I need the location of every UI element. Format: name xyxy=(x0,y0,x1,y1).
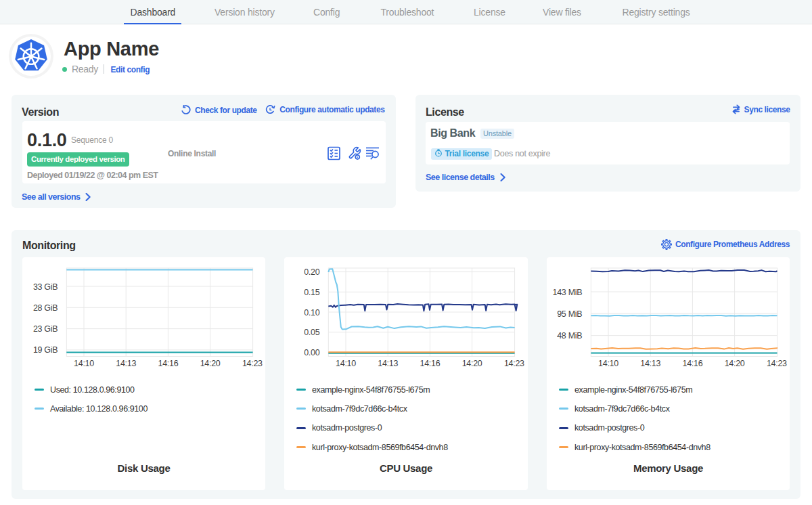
svg-text:0.10: 0.10 xyxy=(304,308,319,317)
svg-text:48 MiB: 48 MiB xyxy=(557,331,582,341)
svg-text:14:20: 14:20 xyxy=(462,359,482,368)
svg-text:0.00: 0.00 xyxy=(304,348,319,357)
svg-text:33 GiB: 33 GiB xyxy=(33,282,58,292)
svg-text:0.20: 0.20 xyxy=(304,267,319,277)
svg-text:14:23: 14:23 xyxy=(242,359,263,368)
svg-text:14:13: 14:13 xyxy=(116,359,136,368)
svg-text:14:16: 14:16 xyxy=(158,359,179,368)
svg-text:14:13: 14:13 xyxy=(378,359,398,368)
svg-text:14:23: 14:23 xyxy=(504,359,524,368)
svg-text:14:10: 14:10 xyxy=(598,359,618,368)
svg-text:14:16: 14:16 xyxy=(683,359,703,368)
svg-text:14:10: 14:10 xyxy=(336,359,356,368)
svg-text:14:13: 14:13 xyxy=(640,359,660,368)
svg-text:14:20: 14:20 xyxy=(200,359,221,368)
svg-text:14:16: 14:16 xyxy=(420,359,441,368)
svg-text:143 MiB: 143 MiB xyxy=(553,288,583,297)
svg-text:14:20: 14:20 xyxy=(725,359,745,368)
svg-text:95 MiB: 95 MiB xyxy=(557,309,582,319)
svg-text:14:23: 14:23 xyxy=(767,359,787,368)
svg-text:28 GiB: 28 GiB xyxy=(33,303,58,313)
svg-text:0.15: 0.15 xyxy=(304,288,319,297)
svg-text:14:10: 14:10 xyxy=(74,359,94,368)
svg-text:0.05: 0.05 xyxy=(304,328,319,337)
svg-text:19 GiB: 19 GiB xyxy=(33,345,58,355)
svg-text:23 GiB: 23 GiB xyxy=(33,324,58,334)
